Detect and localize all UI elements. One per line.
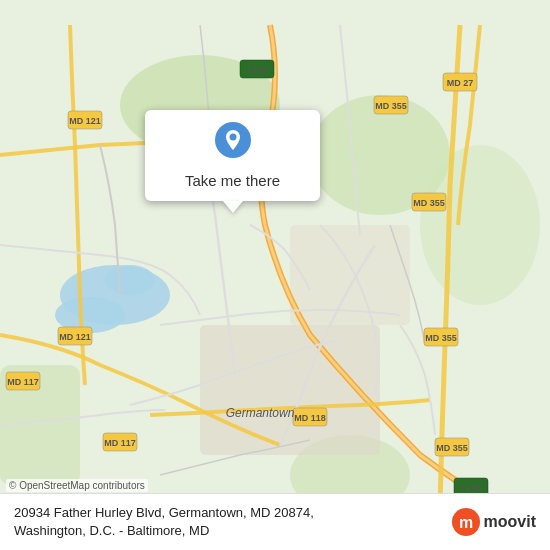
svg-text:MD 355: MD 355 (436, 443, 468, 453)
location-pin-icon (215, 122, 251, 158)
moovit-text: moovit (484, 513, 536, 531)
svg-text:MD 121: MD 121 (59, 332, 91, 342)
address-text: 20934 Father Hurley Blvd, Germantown, MD… (14, 504, 452, 540)
take-me-there-button[interactable]: Take me there (171, 164, 294, 201)
svg-text:m: m (458, 514, 472, 531)
svg-point-5 (420, 145, 540, 305)
svg-text:MD 355: MD 355 (413, 198, 445, 208)
address-line2: Washington, D.C. - Baltimore, MD (14, 523, 209, 538)
svg-text:MD 355: MD 355 (375, 101, 407, 111)
moovit-logo: m moovit (452, 508, 536, 536)
svg-text:I 270: I 270 (461, 483, 481, 493)
moovit-icon: m (452, 508, 480, 536)
map-svg: MD 121 MD 121 MD 117 MD 117 MD 118 MD 35… (0, 0, 550, 550)
svg-text:MD 121: MD 121 (69, 116, 101, 126)
svg-text:MD 27: MD 27 (447, 78, 474, 88)
map-attribution: © OpenStreetMap contributors (6, 479, 148, 492)
svg-text:I 270: I 270 (247, 65, 267, 75)
osm-attribution-text: © OpenStreetMap contributors (9, 480, 145, 491)
svg-text:MD 117: MD 117 (104, 438, 136, 448)
bottom-bar: 20934 Father Hurley Blvd, Germantown, MD… (0, 493, 550, 550)
svg-text:MD 355: MD 355 (425, 333, 457, 343)
svg-text:MD 118: MD 118 (294, 413, 326, 423)
svg-point-2 (105, 265, 155, 295)
map-container: MD 121 MD 121 MD 117 MD 117 MD 118 MD 35… (0, 0, 550, 550)
map-popup: Take me there (145, 110, 320, 201)
svg-text:MD 117: MD 117 (7, 377, 39, 387)
svg-rect-8 (200, 325, 380, 455)
address-line1: 20934 Father Hurley Blvd, Germantown, MD… (14, 505, 314, 520)
svg-text:Germantown: Germantown (226, 406, 295, 420)
address-block: 20934 Father Hurley Blvd, Germantown, MD… (14, 504, 452, 540)
svg-point-36 (229, 134, 236, 141)
